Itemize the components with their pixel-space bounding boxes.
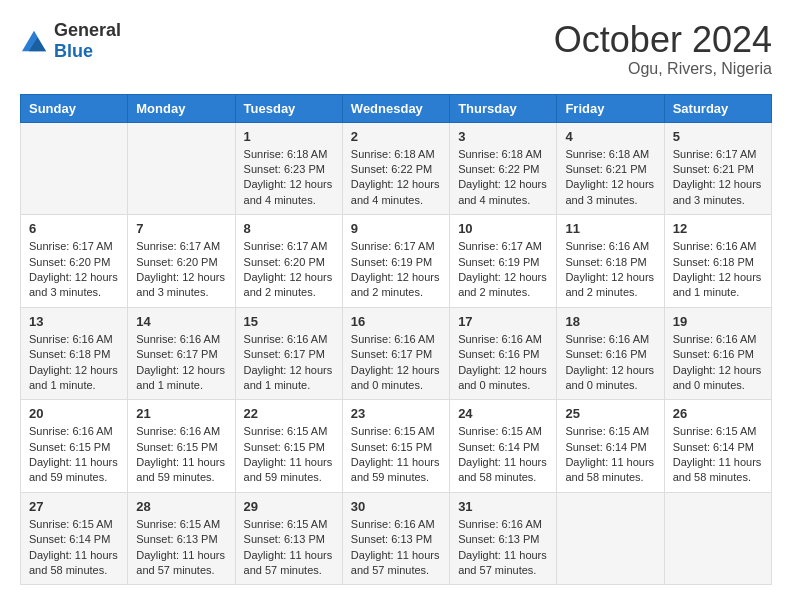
header-day-tuesday: Tuesday [235, 94, 342, 122]
calendar-cell: 1Sunrise: 6:18 AM Sunset: 6:23 PM Daylig… [235, 122, 342, 215]
calendar-cell [128, 122, 235, 215]
header-day-friday: Friday [557, 94, 664, 122]
calendar-cell: 14Sunrise: 6:16 AM Sunset: 6:17 PM Dayli… [128, 307, 235, 400]
calendar-cell: 19Sunrise: 6:16 AM Sunset: 6:16 PM Dayli… [664, 307, 771, 400]
day-number: 16 [351, 314, 441, 329]
day-number: 2 [351, 129, 441, 144]
cell-text: Sunrise: 6:17 AM Sunset: 6:20 PM Dayligh… [136, 239, 226, 301]
day-number: 7 [136, 221, 226, 236]
day-number: 3 [458, 129, 548, 144]
day-number: 30 [351, 499, 441, 514]
day-number: 8 [244, 221, 334, 236]
day-number: 12 [673, 221, 763, 236]
calendar-cell: 28Sunrise: 6:15 AM Sunset: 6:13 PM Dayli… [128, 492, 235, 585]
cell-text: Sunrise: 6:16 AM Sunset: 6:18 PM Dayligh… [565, 239, 655, 301]
header-day-monday: Monday [128, 94, 235, 122]
day-number: 9 [351, 221, 441, 236]
cell-text: Sunrise: 6:16 AM Sunset: 6:17 PM Dayligh… [136, 332, 226, 394]
day-number: 29 [244, 499, 334, 514]
calendar-cell: 26Sunrise: 6:15 AM Sunset: 6:14 PM Dayli… [664, 400, 771, 493]
day-number: 31 [458, 499, 548, 514]
cell-text: Sunrise: 6:16 AM Sunset: 6:13 PM Dayligh… [458, 517, 548, 579]
cell-text: Sunrise: 6:15 AM Sunset: 6:14 PM Dayligh… [673, 424, 763, 486]
cell-text: Sunrise: 6:16 AM Sunset: 6:16 PM Dayligh… [458, 332, 548, 394]
generalblue-logo-icon [20, 29, 48, 53]
cell-text: Sunrise: 6:17 AM Sunset: 6:19 PM Dayligh… [458, 239, 548, 301]
calendar-cell: 7Sunrise: 6:17 AM Sunset: 6:20 PM Daylig… [128, 215, 235, 308]
cell-text: Sunrise: 6:15 AM Sunset: 6:13 PM Dayligh… [136, 517, 226, 579]
calendar-week-4: 20Sunrise: 6:16 AM Sunset: 6:15 PM Dayli… [21, 400, 772, 493]
calendar-cell: 30Sunrise: 6:16 AM Sunset: 6:13 PM Dayli… [342, 492, 449, 585]
day-number: 19 [673, 314, 763, 329]
cell-text: Sunrise: 6:16 AM Sunset: 6:15 PM Dayligh… [29, 424, 119, 486]
calendar-cell: 3Sunrise: 6:18 AM Sunset: 6:22 PM Daylig… [450, 122, 557, 215]
day-number: 11 [565, 221, 655, 236]
cell-text: Sunrise: 6:18 AM Sunset: 6:22 PM Dayligh… [458, 147, 548, 209]
cell-text: Sunrise: 6:16 AM Sunset: 6:17 PM Dayligh… [244, 332, 334, 394]
calendar-week-1: 1Sunrise: 6:18 AM Sunset: 6:23 PM Daylig… [21, 122, 772, 215]
cell-text: Sunrise: 6:16 AM Sunset: 6:15 PM Dayligh… [136, 424, 226, 486]
calendar-week-3: 13Sunrise: 6:16 AM Sunset: 6:18 PM Dayli… [21, 307, 772, 400]
day-number: 20 [29, 406, 119, 421]
calendar-cell: 5Sunrise: 6:17 AM Sunset: 6:21 PM Daylig… [664, 122, 771, 215]
cell-text: Sunrise: 6:16 AM Sunset: 6:16 PM Dayligh… [673, 332, 763, 394]
cell-text: Sunrise: 6:15 AM Sunset: 6:14 PM Dayligh… [29, 517, 119, 579]
cell-text: Sunrise: 6:15 AM Sunset: 6:14 PM Dayligh… [565, 424, 655, 486]
calendar-cell: 31Sunrise: 6:16 AM Sunset: 6:13 PM Dayli… [450, 492, 557, 585]
location-title: Ogu, Rivers, Nigeria [554, 60, 772, 78]
logo-blue-text: Blue [54, 41, 93, 61]
calendar-cell: 10Sunrise: 6:17 AM Sunset: 6:19 PM Dayli… [450, 215, 557, 308]
cell-text: Sunrise: 6:16 AM Sunset: 6:13 PM Dayligh… [351, 517, 441, 579]
calendar-cell: 18Sunrise: 6:16 AM Sunset: 6:16 PM Dayli… [557, 307, 664, 400]
cell-text: Sunrise: 6:18 AM Sunset: 6:21 PM Dayligh… [565, 147, 655, 209]
calendar-week-2: 6Sunrise: 6:17 AM Sunset: 6:20 PM Daylig… [21, 215, 772, 308]
logo: General Blue [20, 20, 121, 62]
cell-text: Sunrise: 6:15 AM Sunset: 6:13 PM Dayligh… [244, 517, 334, 579]
header-day-sunday: Sunday [21, 94, 128, 122]
cell-text: Sunrise: 6:17 AM Sunset: 6:19 PM Dayligh… [351, 239, 441, 301]
calendar-cell: 27Sunrise: 6:15 AM Sunset: 6:14 PM Dayli… [21, 492, 128, 585]
day-number: 14 [136, 314, 226, 329]
calendar-cell [21, 122, 128, 215]
cell-text: Sunrise: 6:18 AM Sunset: 6:22 PM Dayligh… [351, 147, 441, 209]
calendar-cell: 23Sunrise: 6:15 AM Sunset: 6:15 PM Dayli… [342, 400, 449, 493]
header-day-wednesday: Wednesday [342, 94, 449, 122]
day-number: 25 [565, 406, 655, 421]
header-row: SundayMondayTuesdayWednesdayThursdayFrid… [21, 94, 772, 122]
day-number: 26 [673, 406, 763, 421]
calendar-cell: 15Sunrise: 6:16 AM Sunset: 6:17 PM Dayli… [235, 307, 342, 400]
title-section: October 2024 Ogu, Rivers, Nigeria [554, 20, 772, 78]
cell-text: Sunrise: 6:18 AM Sunset: 6:23 PM Dayligh… [244, 147, 334, 209]
month-title: October 2024 [554, 20, 772, 60]
calendar-cell: 12Sunrise: 6:16 AM Sunset: 6:18 PM Dayli… [664, 215, 771, 308]
calendar-week-5: 27Sunrise: 6:15 AM Sunset: 6:14 PM Dayli… [21, 492, 772, 585]
calendar-cell: 24Sunrise: 6:15 AM Sunset: 6:14 PM Dayli… [450, 400, 557, 493]
day-number: 22 [244, 406, 334, 421]
day-number: 21 [136, 406, 226, 421]
cell-text: Sunrise: 6:15 AM Sunset: 6:14 PM Dayligh… [458, 424, 548, 486]
calendar-cell: 21Sunrise: 6:16 AM Sunset: 6:15 PM Dayli… [128, 400, 235, 493]
day-number: 15 [244, 314, 334, 329]
day-number: 17 [458, 314, 548, 329]
page-header: General Blue October 2024 Ogu, Rivers, N… [20, 20, 772, 78]
day-number: 28 [136, 499, 226, 514]
cell-text: Sunrise: 6:16 AM Sunset: 6:17 PM Dayligh… [351, 332, 441, 394]
day-number: 5 [673, 129, 763, 144]
day-number: 27 [29, 499, 119, 514]
day-number: 23 [351, 406, 441, 421]
header-day-thursday: Thursday [450, 94, 557, 122]
calendar-body: 1Sunrise: 6:18 AM Sunset: 6:23 PM Daylig… [21, 122, 772, 585]
calendar-cell: 22Sunrise: 6:15 AM Sunset: 6:15 PM Dayli… [235, 400, 342, 493]
cell-text: Sunrise: 6:16 AM Sunset: 6:18 PM Dayligh… [673, 239, 763, 301]
day-number: 24 [458, 406, 548, 421]
logo-general-text: General [54, 20, 121, 40]
cell-text: Sunrise: 6:15 AM Sunset: 6:15 PM Dayligh… [351, 424, 441, 486]
calendar-cell [664, 492, 771, 585]
cell-text: Sunrise: 6:17 AM Sunset: 6:20 PM Dayligh… [244, 239, 334, 301]
calendar-cell: 6Sunrise: 6:17 AM Sunset: 6:20 PM Daylig… [21, 215, 128, 308]
calendar-cell: 9Sunrise: 6:17 AM Sunset: 6:19 PM Daylig… [342, 215, 449, 308]
day-number: 6 [29, 221, 119, 236]
calendar-cell: 8Sunrise: 6:17 AM Sunset: 6:20 PM Daylig… [235, 215, 342, 308]
cell-text: Sunrise: 6:16 AM Sunset: 6:18 PM Dayligh… [29, 332, 119, 394]
calendar-cell: 20Sunrise: 6:16 AM Sunset: 6:15 PM Dayli… [21, 400, 128, 493]
